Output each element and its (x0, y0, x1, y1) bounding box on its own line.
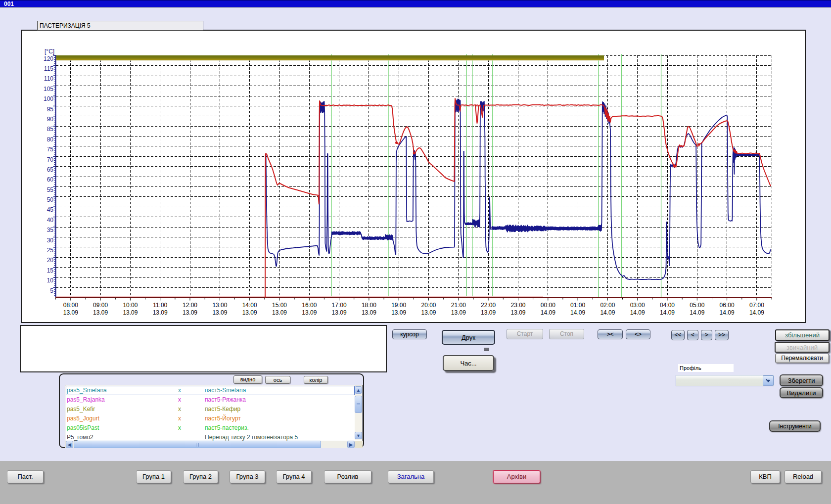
svg-text:11:00: 11:00 (153, 302, 167, 309)
svg-text:18:00: 18:00 (362, 302, 376, 309)
svg-text:100: 100 (44, 95, 53, 102)
svg-text:13.09: 13.09 (510, 309, 525, 316)
svg-text:23:00: 23:00 (510, 302, 525, 309)
svg-text:17:00: 17:00 (332, 302, 347, 309)
svg-text:30: 30 (47, 237, 54, 244)
svg-text:06:00: 06:00 (720, 302, 735, 309)
svg-text:02:00: 02:00 (600, 302, 615, 309)
svg-text:13.09: 13.09 (63, 309, 78, 316)
svg-text:60: 60 (47, 176, 54, 183)
svg-text:13.09: 13.09 (93, 309, 108, 316)
svg-text:14.09: 14.09 (690, 309, 704, 316)
svg-text:12:00: 12:00 (183, 302, 197, 309)
svg-text:5: 5 (50, 287, 53, 294)
svg-text:13.09: 13.09 (153, 309, 168, 316)
svg-text:[°C]: [°C] (45, 48, 54, 55)
svg-text:21:00: 21:00 (451, 302, 466, 309)
svg-text:95: 95 (47, 106, 54, 113)
svg-text:45: 45 (47, 206, 54, 213)
svg-text:22:00: 22:00 (481, 302, 496, 309)
svg-text:03:00: 03:00 (630, 302, 645, 309)
svg-text:85: 85 (47, 126, 54, 133)
svg-text:19:00: 19:00 (391, 302, 406, 309)
svg-text:14.09: 14.09 (600, 309, 615, 316)
svg-text:80: 80 (47, 136, 54, 143)
svg-text:75: 75 (47, 146, 54, 153)
svg-text:50: 50 (47, 196, 54, 203)
svg-text:15:00: 15:00 (272, 302, 287, 309)
svg-text:10:00: 10:00 (123, 302, 138, 309)
svg-text:90: 90 (47, 116, 54, 123)
svg-text:13.09: 13.09 (421, 309, 436, 316)
svg-text:13.09: 13.09 (242, 309, 257, 316)
svg-text:13.09: 13.09 (302, 309, 317, 316)
svg-text:110: 110 (44, 75, 53, 82)
svg-text:10: 10 (47, 277, 54, 284)
svg-text:35: 35 (47, 227, 54, 233)
svg-text:70: 70 (47, 156, 54, 163)
svg-text:65: 65 (47, 166, 54, 173)
svg-text:13.09: 13.09 (272, 309, 287, 316)
svg-text:20: 20 (47, 257, 54, 264)
svg-text:13.09: 13.09 (332, 309, 347, 316)
svg-text:14.09: 14.09 (660, 309, 675, 316)
svg-text:16:00: 16:00 (302, 302, 317, 309)
svg-text:13.09: 13.09 (123, 309, 138, 316)
svg-text:00:00: 00:00 (541, 302, 555, 309)
svg-text:55: 55 (47, 186, 54, 193)
svg-text:05:00: 05:00 (690, 302, 704, 309)
svg-text:08:00: 08:00 (63, 302, 78, 309)
svg-text:01:00: 01:00 (570, 302, 585, 309)
svg-text:14.09: 14.09 (541, 309, 555, 316)
svg-text:13.09: 13.09 (391, 309, 406, 316)
svg-text:09:00: 09:00 (93, 302, 108, 309)
svg-text:25: 25 (47, 247, 54, 254)
svg-text:13.09: 13.09 (183, 309, 197, 316)
svg-text:07:00: 07:00 (749, 302, 764, 309)
svg-text:13.09: 13.09 (451, 309, 466, 316)
svg-text:13.09: 13.09 (362, 309, 376, 316)
svg-text:105: 105 (44, 86, 53, 92)
svg-text:15: 15 (47, 267, 54, 274)
svg-text:14.09: 14.09 (630, 309, 645, 316)
svg-text:13.09: 13.09 (212, 309, 227, 316)
svg-text:115: 115 (44, 65, 53, 72)
svg-text:20:00: 20:00 (421, 302, 436, 309)
svg-text:14:00: 14:00 (242, 302, 257, 309)
svg-text:14.09: 14.09 (570, 309, 585, 316)
svg-text:13.09: 13.09 (481, 309, 496, 316)
svg-text:13:00: 13:00 (212, 302, 227, 309)
svg-text:04:00: 04:00 (660, 302, 675, 309)
svg-text:120: 120 (44, 55, 53, 62)
svg-text:40: 40 (47, 217, 54, 224)
svg-text:14.09: 14.09 (749, 309, 764, 316)
svg-text:14.09: 14.09 (720, 309, 735, 316)
